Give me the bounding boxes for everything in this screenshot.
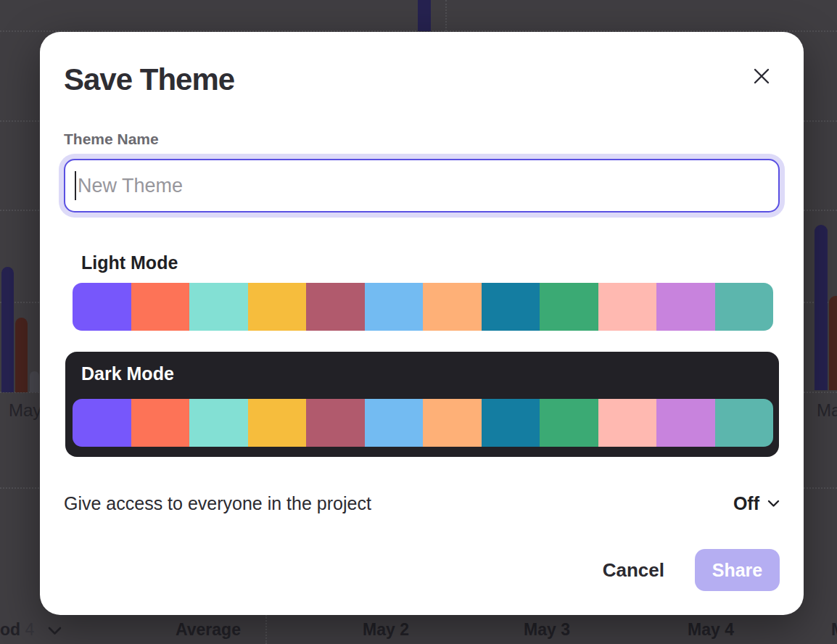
dialog-title: Save Theme bbox=[64, 62, 780, 97]
theme-name-input[interactable] bbox=[64, 159, 780, 212]
palette-swatch bbox=[248, 399, 307, 447]
access-dropdown-value: Off bbox=[733, 493, 759, 514]
bar-navy-top bbox=[418, 0, 431, 31]
palette-swatch bbox=[598, 283, 657, 331]
text-caret bbox=[75, 171, 76, 200]
palette-swatch bbox=[248, 283, 307, 331]
x-axis-label-may3: May 3 bbox=[524, 620, 570, 640]
bar-navy-right bbox=[815, 225, 828, 390]
bar-grey-left bbox=[30, 371, 39, 392]
palette-swatch bbox=[656, 399, 715, 447]
bar-red-right bbox=[829, 296, 837, 390]
gridline-vertical bbox=[265, 615, 267, 644]
palette-swatch bbox=[715, 283, 774, 331]
palette-swatch bbox=[73, 283, 131, 331]
x-axis-label-average: Average bbox=[176, 620, 241, 640]
share-button[interactable]: Share bbox=[695, 549, 780, 591]
theme-name-label: Theme Name bbox=[64, 131, 780, 148]
x-axis-label-may-left: May bbox=[9, 400, 41, 421]
chevron-down-icon bbox=[48, 627, 62, 635]
palette-swatch bbox=[482, 283, 540, 331]
bar-navy-left bbox=[1, 267, 14, 392]
chevron-down-icon bbox=[767, 500, 780, 508]
close-icon bbox=[753, 67, 770, 85]
save-theme-dialog: Save Theme Theme Name Light Mode Dark Mo… bbox=[40, 32, 804, 615]
theme-name-input-wrap bbox=[64, 159, 780, 212]
palette-swatch bbox=[423, 283, 482, 331]
x-axis-label-right-partial: M bbox=[831, 620, 837, 640]
palette-swatch bbox=[189, 399, 248, 447]
access-row: Give access to everyone in the project O… bbox=[64, 493, 780, 514]
close-button[interactable] bbox=[749, 63, 775, 89]
palette-swatch bbox=[365, 283, 424, 331]
access-dropdown[interactable]: Off bbox=[733, 493, 780, 514]
palette-swatch bbox=[423, 399, 482, 447]
palette-swatch bbox=[73, 399, 131, 447]
x-axis-label-may4: May 4 bbox=[688, 620, 734, 640]
palette-swatch bbox=[482, 399, 540, 447]
palette-swatch bbox=[189, 283, 248, 331]
period-dropdown-number: 4 bbox=[25, 620, 35, 639]
dialog-actions: Cancel Share bbox=[64, 549, 780, 591]
access-label: Give access to everyone in the project bbox=[64, 493, 371, 514]
light-mode-palette bbox=[73, 283, 773, 331]
palette-swatch bbox=[715, 399, 774, 447]
palette-swatch bbox=[306, 399, 365, 447]
palette-swatch bbox=[131, 399, 190, 447]
palette-swatch bbox=[540, 283, 598, 331]
palette-swatch bbox=[598, 399, 657, 447]
cancel-button[interactable]: Cancel bbox=[603, 559, 664, 582]
dark-mode-label: Dark Mode bbox=[81, 363, 773, 384]
palette-swatch bbox=[365, 399, 424, 447]
palette-swatch bbox=[131, 283, 190, 331]
bar-red-left bbox=[15, 318, 28, 392]
x-axis-label-may-right: Ma bbox=[817, 400, 837, 421]
dark-mode-palette bbox=[73, 399, 773, 447]
period-dropdown[interactable]: od 4 bbox=[0, 620, 62, 640]
palette-swatch bbox=[540, 399, 598, 447]
period-dropdown-label: od bbox=[0, 620, 20, 639]
palette-swatch bbox=[306, 283, 365, 331]
light-mode-label: Light Mode bbox=[81, 252, 780, 273]
x-axis-label-may2: May 2 bbox=[363, 620, 409, 640]
dark-mode-card: Dark Mode bbox=[65, 352, 779, 457]
palette-swatch bbox=[656, 283, 715, 331]
gridline-vertical bbox=[445, 0, 447, 31]
